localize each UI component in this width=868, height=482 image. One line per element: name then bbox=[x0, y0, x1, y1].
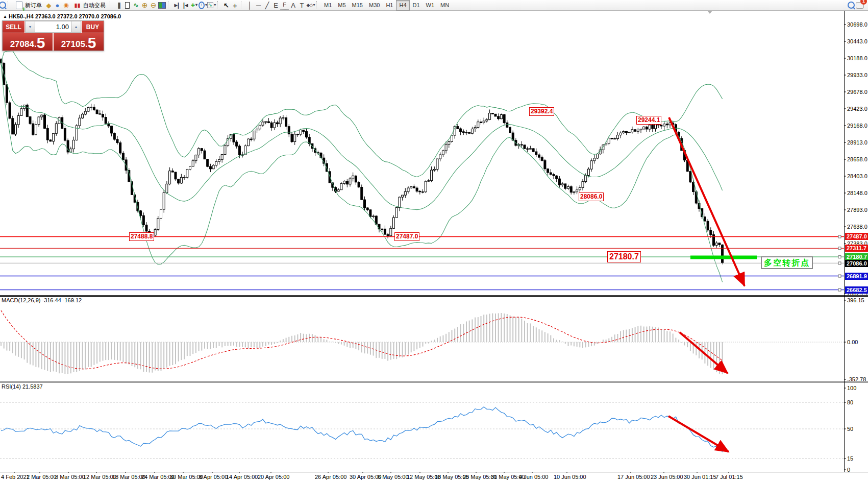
price-tag-26891.9: 26891.9 bbox=[845, 273, 868, 280]
time-label: 8 Apr 05:00 bbox=[199, 474, 228, 480]
turning-point-note[interactable]: 多空转折点 bbox=[761, 256, 813, 269]
macd-tick-396.15: 396.15 bbox=[847, 297, 864, 303]
trend-arrow-1[interactable] bbox=[669, 117, 745, 286]
price-tick-30698.0: 30698.0 bbox=[847, 21, 867, 28]
time-label: 12 Mar 05:00 bbox=[83, 474, 116, 480]
time-label: 20 Apr 05:00 bbox=[258, 474, 289, 480]
price-tick-30188.0: 30188.0 bbox=[847, 55, 867, 61]
price-tick-29933.0: 29933.0 bbox=[847, 72, 867, 78]
rsi-tick-0: 0 bbox=[847, 467, 850, 473]
price-tick-29168.0: 29168.0 bbox=[847, 123, 867, 129]
price-tag-27180.7: 27180.7 bbox=[845, 253, 868, 260]
chart-canvas[interactable] bbox=[0, 0, 868, 482]
price-tick-29423.0: 29423.0 bbox=[847, 106, 867, 112]
price-tick-28403.0: 28403.0 bbox=[847, 173, 867, 179]
macd-tick-0.00: 0.00 bbox=[847, 339, 858, 345]
time-label: 23 Jun 05:00 bbox=[651, 474, 683, 480]
time-label: 4 Jun 05:00 bbox=[519, 474, 549, 480]
macd-label: MACD(12,26,9) -316.44 -169.12 bbox=[2, 297, 82, 303]
time-label: 18 Mar 05:00 bbox=[112, 474, 145, 480]
price-label-29244.1[interactable]: 29244.1 bbox=[636, 116, 661, 125]
price-tick-29678.0: 29678.0 bbox=[847, 89, 867, 95]
object-marker-icon: ▲ bbox=[3, 14, 7, 19]
time-label: 30 Mar 05:00 bbox=[170, 474, 203, 480]
price-label-28086.0[interactable]: 28086.0 bbox=[579, 192, 604, 201]
price-label-27180.7[interactable]: 27180.7 bbox=[607, 251, 641, 262]
price-tick-28148.0: 28148.0 bbox=[847, 190, 867, 196]
time-label: 6 May 05:00 bbox=[378, 474, 409, 480]
buy-button[interactable]: BUY bbox=[81, 21, 104, 33]
rsi-label: RSI(14) 21.5837 bbox=[2, 383, 43, 390]
ohlc-values: 27363.0 27372.0 27070.0 27086.0 bbox=[35, 13, 121, 19]
rsi-pane[interactable] bbox=[0, 402, 844, 459]
price-tick-27638.0: 27638.0 bbox=[847, 224, 867, 230]
price-tag-27487.0: 27487.0 bbox=[845, 233, 868, 240]
volume-input[interactable]: 1.00 bbox=[35, 21, 71, 33]
one-click-trading-panel: SELL ▼ 1.00 ▲ BUY 27084.5 27105.5 bbox=[2, 20, 104, 51]
time-label: 2 Mar 05:00 bbox=[27, 474, 57, 480]
price-tick-30443.0: 30443.0 bbox=[847, 38, 867, 44]
price-tag-27086.0: 27086.0 bbox=[845, 260, 868, 267]
buy-price[interactable]: 27105.5 bbox=[54, 33, 104, 51]
price-tag-26682.5: 26682.5 bbox=[845, 286, 868, 294]
time-label: 14 Apr 05:00 bbox=[226, 474, 258, 480]
rsi-tick-80: 80 bbox=[847, 399, 853, 405]
time-label: 30 Apr 05:00 bbox=[350, 474, 381, 480]
trend-arrow-2[interactable] bbox=[680, 332, 728, 373]
volume-increase-button[interactable]: ▲ bbox=[71, 21, 81, 33]
main-pane[interactable] bbox=[0, 51, 844, 291]
price-label-27488.8[interactable]: 27488.8 bbox=[129, 232, 154, 241]
chart-title: ▲ HK50-,H4 27363.0 27372.0 27070.0 27086… bbox=[3, 13, 121, 19]
macd-tick--352.78: -352.78 bbox=[847, 376, 866, 382]
rsi-tick-15: 15 bbox=[847, 455, 853, 462]
price-tick-28658.0: 28658.0 bbox=[847, 156, 867, 162]
time-label: 7 Jul 01:15 bbox=[715, 474, 743, 480]
trend-arrow-3[interactable] bbox=[668, 416, 729, 452]
rsi-tick-50: 50 bbox=[847, 426, 853, 432]
price-label-29392.4[interactable]: 29392.4 bbox=[529, 107, 554, 116]
time-label: 8 Mar 05:00 bbox=[55, 474, 85, 480]
time-label: 17 Jun 05:00 bbox=[617, 474, 650, 480]
symbol-period: HK50-,H4 bbox=[9, 13, 34, 19]
price-label-27487.0[interactable]: 27487.0 bbox=[394, 232, 419, 241]
time-label: 30 Jun 01:15 bbox=[684, 474, 716, 480]
sell-button[interactable]: SELL bbox=[3, 21, 25, 33]
terminal-window: 新订单 ◆ ● ◉ ▮▮ 自动交易 ||| ∿ ⊕ ⊖ ▸| |◂ +▾ ▾ ∿… bbox=[0, 0, 868, 482]
price-tag-27311.7: 27311.7 bbox=[845, 245, 868, 252]
price-tick-27893.0: 27893.0 bbox=[847, 207, 867, 213]
time-label: 26 Apr 05:00 bbox=[315, 474, 346, 480]
sell-price[interactable]: 27084.5 bbox=[3, 33, 54, 51]
time-label: 4 Feb 2021 bbox=[1, 474, 30, 480]
volume-decrease-button[interactable]: ▼ bbox=[25, 21, 35, 33]
time-label: 10 Jun 05:00 bbox=[554, 474, 586, 480]
rsi-tick-100: 100 bbox=[847, 385, 856, 391]
price-tick-28913.0: 28913.0 bbox=[847, 139, 867, 146]
